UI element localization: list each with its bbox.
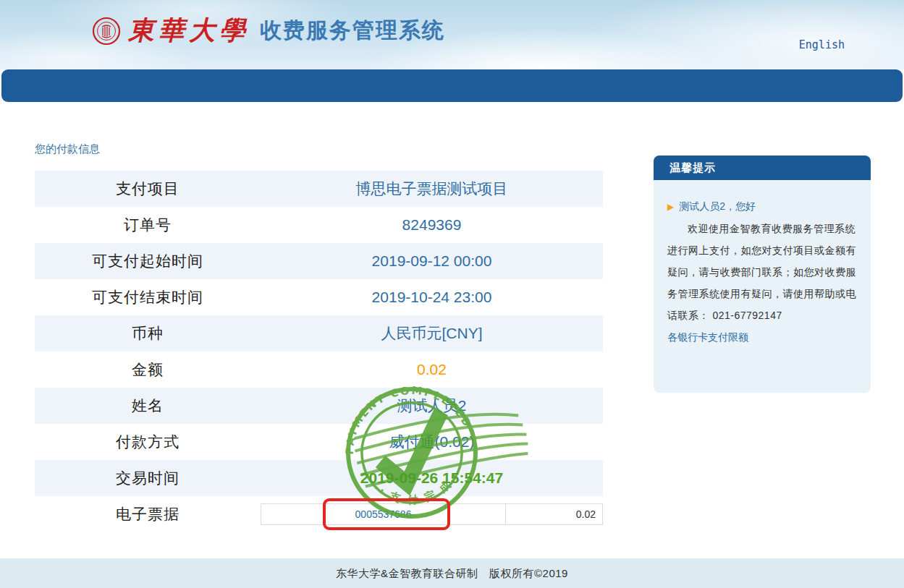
english-language-link[interactable]: English (799, 38, 845, 51)
row-payment-item: 支付项目博思电子票据测试项目 (35, 171, 603, 207)
payment-table: 支付项目博思电子票据测试项目订单号8249369可支付起始时间2019-09-1… (35, 171, 603, 532)
tips-sidebar-body: ▶ 测试人员2，您好 欢迎使用金智教育收费服务管理系统进行网上支付，如您对支付项… (654, 180, 871, 393)
tips-sidebar-title: 温馨提示 (654, 155, 871, 180)
row-value: 2019-09-12 00:00 (261, 252, 603, 270)
row-transaction-time: 交易时间2019-09-26 15:54:47 (35, 460, 603, 496)
row-value: 测试人员2 (261, 396, 603, 416)
row-label: 姓名 (35, 396, 261, 416)
row-value: 8249369 (261, 216, 603, 234)
tips-message: 欢迎使用金智教育收费服务管理系统进行网上支付，如您对支付项目或金额有疑问，请与收… (667, 218, 857, 326)
arrow-right-icon: ▶ (667, 202, 674, 212)
university-seal-icon (92, 17, 121, 46)
content-area: 您的付款信息 支付项目博思电子票据测试项目订单号8249369可支付起始时间20… (0, 102, 904, 558)
page-header: 東華大學 收费服务管理系统 English (0, 0, 904, 69)
row-pay-start-time: 可支付起始时间2019-09-12 00:00 (35, 243, 603, 279)
row-e-invoice: 电子票据00055376860.02 (35, 496, 603, 532)
row-value: 威付通(0.02) (261, 432, 603, 452)
row-value: 00055376860.02 (261, 503, 603, 525)
row-label: 交易时间 (35, 468, 261, 488)
row-payment-method: 付款方式威付通(0.02) (35, 424, 603, 460)
payment-info-title: 您的付款信息 (35, 142, 100, 156)
row-pay-end-time: 可支付结束时间2019-10-24 23:00 (35, 279, 603, 315)
row-currency: 币种人民币元[CNY] (35, 315, 603, 351)
row-label: 币种 (35, 323, 261, 344)
bank-card-limit-link[interactable]: 各银行卡支付限额 (667, 326, 748, 348)
invoice-inner-table: 00055376860.02 (261, 503, 603, 525)
university-name: 東華大學 (128, 13, 250, 48)
invoice-number-link[interactable]: 0005537686 (261, 504, 505, 524)
row-value: 2019-09-26 15:54:47 (261, 469, 603, 487)
row-value: 0.02 (261, 361, 603, 378)
row-label: 可支付结束时间 (35, 287, 261, 307)
user-greeting: ▶ 测试人员2，您好 (667, 200, 857, 213)
payment-result-page: 東華大學 收费服务管理系统 English 您的付款信息 支付项目博思电子票据测… (0, 0, 904, 588)
brand: 東華大學 收费服务管理系统 (92, 13, 445, 48)
row-label: 订单号 (35, 215, 261, 235)
tips-sidebar: 温馨提示 ▶ 测试人员2，您好 欢迎使用金智教育收费服务管理系统进行网上支付，如… (654, 155, 871, 393)
row-value: 人民币元[CNY] (261, 323, 603, 344)
invoice-amount: 0.02 (505, 504, 602, 524)
page-footer: 东华大学&金智教育联合研制 版权所有©2019 (0, 558, 904, 588)
row-payer-name: 姓名测试人员2 (35, 388, 603, 424)
main-navbar (1, 69, 903, 102)
row-order-no: 订单号8249369 (35, 207, 603, 243)
row-label: 电子票据 (35, 504, 261, 524)
system-title: 收费服务管理系统 (260, 16, 445, 46)
row-label: 金额 (35, 359, 261, 380)
row-value: 2019-10-24 23:00 (261, 289, 603, 306)
row-value: 博思电子票据测试项目 (261, 179, 603, 199)
row-label: 可支付起始时间 (35, 251, 261, 271)
user-greeting-text: 测试人员2，您好 (679, 200, 756, 213)
row-label: 支付项目 (35, 179, 261, 199)
row-amount: 金额0.02 (35, 351, 603, 388)
row-label: 付款方式 (35, 432, 261, 452)
